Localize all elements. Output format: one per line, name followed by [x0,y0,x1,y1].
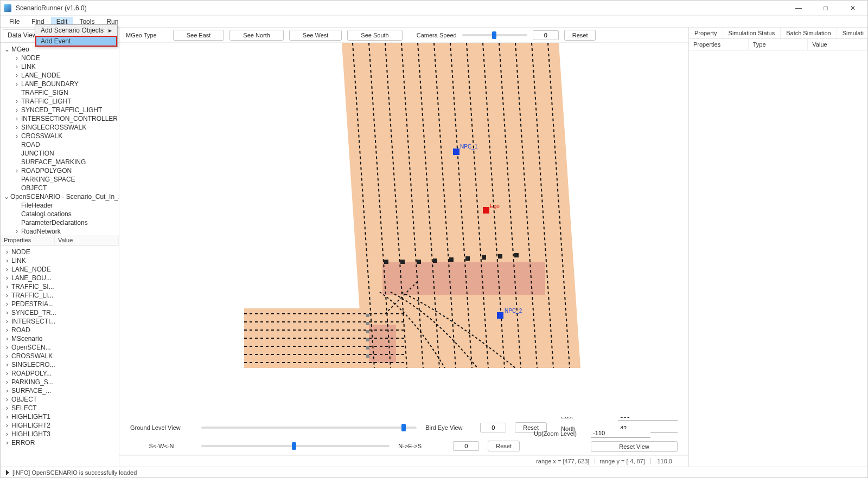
tab-simulation-truncated[interactable]: Simulati [837,28,867,38]
props-item[interactable]: ›HIGHLIGHT1 [1,412,119,421]
bird-view-value[interactable] [480,423,506,432]
tree-twisty-icon: › [4,361,10,369]
props-item[interactable]: ›SYNCED_TR... [1,308,119,317]
minimize-button[interactable]: — [787,2,810,15]
props-col-properties: Properties [1,235,55,245]
tree-item[interactable]: TRAFFIC_SIGN [1,88,119,97]
menu-add-event[interactable]: Add Event [35,36,117,47]
see-west-button[interactable]: See West [289,30,342,41]
tab-property[interactable]: Property [689,28,723,38]
marker-npc1[interactable] [453,148,459,155]
tree-item[interactable]: ›CROSSWALK [1,132,119,140]
tree-twisty-icon: › [4,396,10,403]
close-button[interactable]: ✕ [841,2,864,15]
props-item[interactable]: ›MScenario [1,334,119,343]
up-zoom-input[interactable] [591,429,650,438]
props-item[interactable]: ›LANE_BOU... [1,274,119,282]
tree-label: MGeo [11,46,29,53]
property-tabs: Property Simulation Status Batch Simulat… [689,28,867,39]
camera-reset-button[interactable]: Reset [564,30,596,41]
ground-view-slider[interactable] [201,427,417,429]
reset-view-button[interactable]: Reset View [591,441,678,452]
props-item[interactable]: ›LANE_NODE [1,265,119,274]
data-tree[interactable]: ⌄MGeo›NODE›LINK›LANE_NODE›LANE_BOUNDARYT… [1,43,119,235]
tree-item[interactable]: ›ROADPOLYGON [1,166,119,175]
camera-speed-slider[interactable] [462,34,527,36]
tree-label: SYNCED_TRAFFIC_LIGHT [21,106,102,114]
tree-item[interactable]: ›TRAFFIC_LIGHT [1,97,119,106]
tree-item[interactable]: ›NODE [1,54,119,62]
tree-label: TRAFFIC_LIGHT [21,98,72,105]
tree-label: RoadNetwork [21,228,61,235]
props-label: NODE [11,248,30,256]
tree-label: CROSSWALK [21,132,62,140]
props-label: SELECT [11,404,37,412]
tree-item[interactable]: SURFACE_MARKING [1,158,119,166]
left-panel: Data View ⌄MGeo›NODE›LINK›LANE_NODE›LANE… [1,28,119,467]
tree-item[interactable]: ParameterDeclarations [1,218,119,227]
camera-speed-value[interactable] [533,30,559,40]
props-item[interactable]: ›HIGHLIGHT2 [1,421,119,430]
props-item[interactable]: ›CROSSWALK [1,352,119,360]
tree-item[interactable]: ›SYNCED_TRAFFIC_LIGHT [1,106,119,114]
props-item[interactable]: ›PARKING_S... [1,378,119,386]
tree-item[interactable]: ROAD [1,140,119,149]
marker-ego[interactable] [483,207,489,214]
tree-item[interactable]: PARKING_SPACE [1,175,119,184]
see-north-button[interactable]: See North [229,30,284,41]
props-item[interactable]: ›TRAFFIC_SI... [1,282,119,291]
tree-item[interactable]: JUNCTION [1,149,119,158]
prop-col-type: Type [749,39,808,50]
tree-item[interactable]: FileHeader [1,201,119,210]
tree-item[interactable]: ›LINK [1,62,119,71]
tree-item[interactable]: ›INTERSECTION_CONTROLLER [1,114,119,123]
props-label: TRAFFIC_SI... [11,283,54,290]
props-item[interactable]: ›INTERSECTI... [1,317,119,326]
menu-add-scenario-objects[interactable]: Add Scenario Objects ▸ [35,25,117,36]
tree-label: INTERSECTION_CONTROLLER [21,115,118,122]
svg-rect-35 [366,322,369,325]
tree-item[interactable]: ›RoadNetwork [1,227,119,235]
props-item[interactable]: ›OpenSCEN... [1,343,119,352]
svg-rect-36 [366,330,369,333]
maximize-button[interactable]: □ [814,2,837,15]
marker-npc2[interactable] [497,312,503,319]
menu-file[interactable]: File [4,17,25,27]
tree-twisty-icon: › [4,300,10,308]
props-item[interactable]: ›SELECT [1,404,119,412]
props-item[interactable]: ›ERROR [1,438,119,447]
props-item[interactable]: ›NODE [1,248,119,256]
props-item[interactable]: ›TRAFFIC_LI... [1,291,119,300]
props-item[interactable]: ›HIGHLIGHT3 [1,430,119,438]
swn-slider[interactable] [201,445,390,447]
props-item[interactable]: ›LINK [1,256,119,265]
menubar: File Find Edit Tools Run [1,16,867,28]
properties-tree[interactable]: ›NODE›LINK›LANE_NODE›LANE_BOU...›TRAFFIC… [1,246,119,467]
nes-value[interactable] [453,441,479,451]
tree-item[interactable]: ⌄OpenSCENARIO - Scenario_Cut_In_1 [1,192,119,201]
tree-twisty-icon: › [4,439,10,447]
range-status: range x = [477, 623] range y = [-4, 87] … [119,455,688,467]
tree-item[interactable]: ›LANE_NODE [1,71,119,80]
tree-item[interactable]: CatalogLocations [1,210,119,218]
props-item[interactable]: ›SURFACE_... [1,386,119,395]
see-south-button[interactable]: See South [347,30,402,41]
tree-item[interactable]: OBJECT [1,184,119,192]
props-item[interactable]: ›ROAD [1,326,119,334]
tree-item[interactable]: ›LANE_BOUNDARY [1,80,119,88]
tab-simulation-status[interactable]: Simulation Status [723,28,781,38]
props-item[interactable]: ›OBJECT [1,395,119,404]
tree-label: JUNCTION [21,150,54,157]
props-label: TRAFFIC_LI... [11,292,53,299]
viewport-3d[interactable]: NPC_1 Ego NPC_2 [119,43,688,417]
main-row: MGeo Type See East See North See West Se… [119,28,867,467]
see-east-button[interactable]: See East [173,30,225,41]
nes-reset-button[interactable]: Reset [488,441,520,451]
tab-batch-simulation[interactable]: Batch Simulation [781,28,837,38]
props-item[interactable]: ›ROADPOLY... [1,369,119,378]
props-item[interactable]: ›PEDESTRIA... [1,300,119,308]
props-item[interactable]: ›SINGLECRO... [1,360,119,369]
tree-item[interactable]: ›SINGLECROSSWALK [1,123,119,132]
props-label: LANE_NODE [11,266,51,273]
props-label: MScenario [11,335,42,343]
